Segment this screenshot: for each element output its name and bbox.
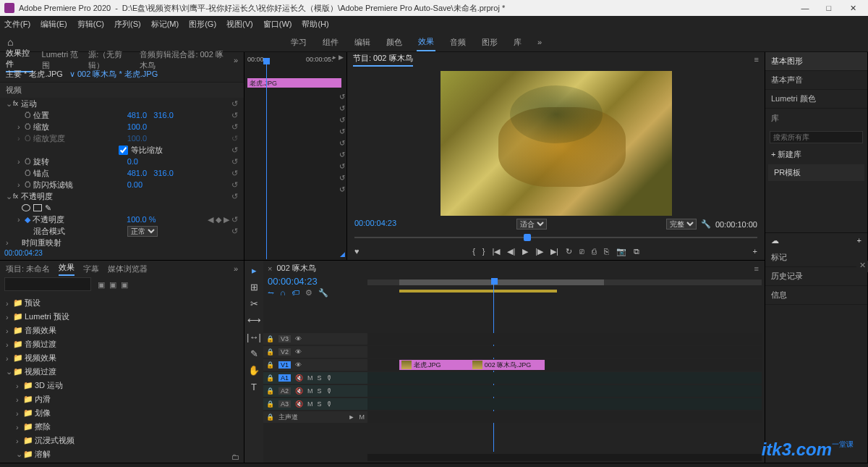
- timeremap-label[interactable]: 时间重映射: [22, 237, 116, 248]
- wrench-icon[interactable]: 🔧: [701, 219, 711, 229]
- add-icon[interactable]: +: [857, 236, 861, 245]
- track-v1[interactable]: V1: [278, 361, 291, 369]
- track-a2[interactable]: A2: [278, 387, 291, 395]
- panel-menu-icon[interactable]: ≡: [754, 264, 759, 273]
- track-lane-a3[interactable]: [367, 398, 762, 410]
- opacity-value[interactable]: 100.0 %: [127, 215, 156, 224]
- ws-lib[interactable]: 库: [512, 34, 523, 51]
- step-fwd-icon[interactable]: |▶: [535, 247, 543, 256]
- playback-quality-select[interactable]: 完整: [666, 219, 697, 230]
- window-close[interactable]: ✕: [842, 4, 864, 13]
- track-lane-a1[interactable]: [367, 372, 762, 384]
- comparison-icon[interactable]: ⧉: [634, 247, 639, 256]
- menu-clip[interactable]: 剪辑(C): [77, 19, 104, 30]
- mask-rect-icon[interactable]: [33, 204, 42, 211]
- motion-label[interactable]: 运动: [21, 98, 115, 109]
- insert-icon[interactable]: ⎘: [604, 247, 609, 256]
- library-item[interactable]: PR模板: [768, 164, 864, 181]
- program-viewer[interactable]: [441, 71, 672, 216]
- timeline-scrollbar[interactable]: [367, 454, 762, 461]
- timeline-zoom-bar[interactable]: [367, 279, 762, 285]
- track-a3[interactable]: A3: [278, 400, 291, 408]
- panel-menu-icon[interactable]: ≡: [754, 55, 759, 64]
- selection-tool-icon[interactable]: ▸: [252, 265, 257, 276]
- track-a1[interactable]: A1: [278, 374, 291, 382]
- tree-node[interactable]: ›📁划像: [0, 406, 244, 420]
- tab-lumetri-color[interactable]: Lumetri 颜色: [765, 90, 867, 109]
- button-editor-icon[interactable]: +: [753, 247, 757, 256]
- settings-icon[interactable]: ⚙: [305, 288, 312, 298]
- tab-media-browser[interactable]: 媒体浏览器: [108, 264, 148, 274]
- track-v2[interactable]: V2: [278, 348, 291, 355]
- effect-controls-timeline[interactable]: ▸ ▶ 00:00 00:00:05: 老虎.JPG ↺↺↺↺↺↺↺↺↺: [244, 52, 347, 261]
- cloud-icon[interactable]: ☁: [771, 236, 779, 245]
- panel-close-icon[interactable]: ✕: [856, 261, 868, 272]
- export-frame-icon[interactable]: 📷: [616, 247, 626, 256]
- track-lane-a2[interactable]: [367, 385, 762, 397]
- panel-menu-icon[interactable]: »: [234, 264, 238, 273]
- tree-node[interactable]: ›📁音频过渡: [0, 337, 244, 351]
- track-lane-master[interactable]: [367, 411, 762, 423]
- home-icon[interactable]: ⌂: [7, 36, 13, 48]
- tree-node[interactable]: ›📁擦除: [0, 420, 244, 434]
- antiflicker-value[interactable]: 0.00: [127, 180, 142, 189]
- library-search-input[interactable]: [770, 131, 863, 143]
- type-tool-icon[interactable]: T: [251, 382, 257, 392]
- mask-ellipse-icon[interactable]: [22, 204, 30, 211]
- chip-32bit-icon[interactable]: ▣: [109, 280, 116, 290]
- menu-window[interactable]: 窗口(W): [263, 19, 292, 30]
- eye-icon[interactable]: 👁: [295, 335, 302, 342]
- pen-tool-icon[interactable]: ✎: [250, 348, 258, 359]
- ws-graphics[interactable]: 图形: [480, 34, 499, 51]
- effects-search-input[interactable]: [4, 277, 91, 291]
- menu-sequence[interactable]: 序列(S): [114, 19, 141, 30]
- panel-resize-icon[interactable]: ◢: [340, 251, 345, 258]
- tree-node[interactable]: ⌄📁视频过渡: [0, 365, 244, 379]
- menu-help[interactable]: 帮助(H): [302, 19, 328, 30]
- ws-more[interactable]: »: [536, 35, 543, 49]
- track-select-tool-icon[interactable]: ⊞: [250, 282, 258, 293]
- tree-node[interactable]: ›📁预设: [0, 296, 244, 310]
- track-v3[interactable]: V3: [278, 335, 291, 342]
- effctrl-timecode[interactable]: 00:00:04:23: [4, 249, 43, 257]
- anchor-x[interactable]: 481.0: [127, 169, 148, 177]
- hand-tool-icon[interactable]: ✋: [248, 365, 260, 376]
- snap-icon[interactable]: ⥊: [268, 288, 274, 298]
- new-library-button[interactable]: + 新建库: [771, 149, 801, 160]
- ws-edit[interactable]: 编辑: [353, 34, 372, 51]
- linked-sel-icon[interactable]: ∩: [280, 288, 286, 298]
- libraries-label[interactable]: 库: [765, 109, 867, 128]
- tab-history[interactable]: 历史记录: [765, 267, 867, 286]
- mark-out-icon[interactable]: }: [482, 247, 485, 256]
- ws-color[interactable]: 颜色: [385, 34, 404, 51]
- tree-node[interactable]: ›📁视频效果: [0, 351, 244, 365]
- reset-icon[interactable]: ↺: [231, 99, 238, 109]
- work-area-bar[interactable]: [399, 290, 557, 293]
- tab-info[interactable]: 信息: [765, 286, 867, 305]
- loop-icon[interactable]: ↻: [566, 247, 572, 256]
- timeline-ruler[interactable]: [367, 278, 762, 307]
- menu-marker[interactable]: 标记(M): [151, 19, 179, 30]
- chip-accel-icon[interactable]: ▣: [98, 280, 105, 290]
- clip-tiger[interactable]: 老虎.JPG: [399, 360, 470, 370]
- slip-tool-icon[interactable]: |↔|: [247, 332, 261, 342]
- marker-icon[interactable]: 🏷: [292, 288, 299, 298]
- go-to-out-icon[interactable]: ▶|: [550, 247, 558, 256]
- ws-learn[interactable]: 学习: [289, 34, 308, 51]
- tab-source[interactable]: 源:（无剪辑）: [88, 49, 131, 71]
- tab-effects[interactable]: 效果: [59, 262, 75, 276]
- position-x[interactable]: 481.0: [127, 111, 148, 119]
- step-back-icon[interactable]: ◀|: [507, 247, 515, 256]
- rotation-value[interactable]: 0.0: [127, 157, 138, 166]
- menu-file[interactable]: 文件(F): [4, 19, 30, 30]
- track-master[interactable]: 主声道: [278, 413, 298, 422]
- menu-graphics[interactable]: 图形(G): [189, 19, 216, 30]
- new-bin-icon[interactable]: 🗀: [231, 453, 239, 461]
- tree-node[interactable]: ›📁Lumetri 预设: [0, 310, 244, 324]
- lock-icon[interactable]: 🔒: [266, 335, 274, 342]
- go-to-in-icon[interactable]: |◀: [493, 247, 501, 256]
- tab-essential-sound[interactable]: 基本声音: [765, 71, 867, 90]
- ws-assembly[interactable]: 组件: [321, 34, 340, 51]
- zoom-fit-select[interactable]: 适合: [516, 219, 547, 230]
- position-y[interactable]: 316.0: [153, 111, 174, 119]
